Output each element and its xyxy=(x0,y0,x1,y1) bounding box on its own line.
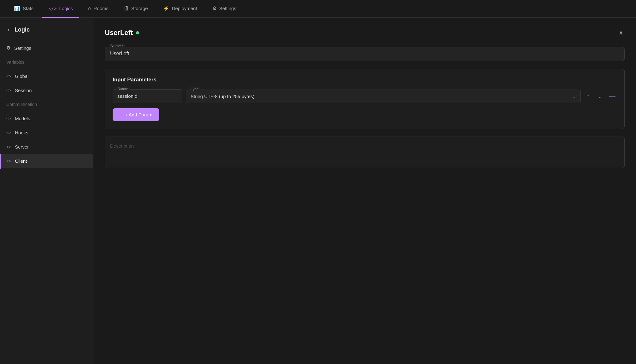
sidebar-category-communication: Communication xyxy=(0,97,93,111)
tab-storage[interactable]: 🗄 Storage xyxy=(117,0,154,18)
sidebar-item-settings-label: Settings xyxy=(14,45,31,51)
param-name-input[interactable] xyxy=(117,93,177,99)
sidebar-item-client-label: Client xyxy=(15,158,27,164)
code-icon-session: <> xyxy=(6,88,11,93)
tab-stats-label: Stats xyxy=(23,6,33,11)
deployment-icon: ⚡ xyxy=(163,5,169,11)
sidebar-item-hooks[interactable]: <> Hooks xyxy=(0,126,93,140)
sidebar-item-global-label: Global xyxy=(15,73,28,79)
param-name-label: Name* xyxy=(116,87,130,91)
name-field-wrapper: Name* xyxy=(105,47,625,61)
settings-icon: ⚙ xyxy=(212,5,217,11)
code-icon-models: <> xyxy=(6,116,11,121)
name-field-group: Name* xyxy=(105,47,625,61)
description-wrapper[interactable]: Description xyxy=(105,137,625,168)
param-move-up-button[interactable]: ⌃ xyxy=(585,92,591,101)
logic-title: UserLeft xyxy=(105,29,133,37)
code-icon-global: <> xyxy=(6,74,11,79)
logic-title-row: UserLeft xyxy=(105,29,139,37)
tab-storage-label: Storage xyxy=(131,6,148,11)
input-parameters-box: Input Parameters Name* Type String UTF-8… xyxy=(105,69,625,129)
param-controls: ⌃ ⌄ — xyxy=(585,91,617,101)
code-icon-hooks: <> xyxy=(6,130,11,135)
sidebar-item-models-label: Models xyxy=(15,116,30,121)
sidebar-item-session[interactable]: <> Session xyxy=(0,83,93,97)
variables-label: Variables xyxy=(6,60,24,65)
add-param-button[interactable]: + + Add Param xyxy=(113,108,159,121)
sidebar: ‹ Logic ⚙ Settings Variables <> Global <… xyxy=(0,18,93,364)
communication-label: Communication xyxy=(6,102,37,107)
sidebar-title: Logic xyxy=(15,26,30,33)
param-remove-button[interactable]: — xyxy=(608,91,617,101)
code-icon-client: <> xyxy=(6,159,11,163)
rooms-icon: ⌂ xyxy=(88,6,91,11)
sidebar-item-session-label: Session xyxy=(15,88,32,93)
logic-header: UserLeft ∧ xyxy=(105,28,625,38)
tab-settings[interactable]: ⚙ Settings xyxy=(206,0,243,18)
description-placeholder: Description xyxy=(110,143,134,149)
main-content: UserLeft ∧ Name* Input Parameters xyxy=(93,18,636,364)
storage-icon: 🗄 xyxy=(124,6,129,11)
sidebar-category-variables: Variables xyxy=(0,55,93,69)
name-input[interactable] xyxy=(110,51,619,56)
sidebar-item-server[interactable]: <> Server xyxy=(0,140,93,154)
gear-icon: ⚙ xyxy=(6,45,10,51)
page-layout: ‹ Logic ⚙ Settings Variables <> Global <… xyxy=(0,18,636,364)
params-title: Input Parameters xyxy=(113,77,617,83)
tab-deployment[interactable]: ⚡ Deployment xyxy=(157,0,203,18)
param-type-text: String UTF-8 (up to 255 bytes) xyxy=(191,94,255,99)
sidebar-header: ‹ Logic xyxy=(0,18,93,41)
top-nav: 📊 Stats </> Logics ⌂ Rooms 🗄 Storage ⚡ D… xyxy=(0,0,636,18)
status-dot xyxy=(136,31,139,34)
add-param-label: + Add Param xyxy=(125,112,152,117)
code-icon-server: <> xyxy=(6,144,11,149)
sidebar-item-client[interactable]: <> Client xyxy=(0,154,93,168)
tab-stats[interactable]: 📊 Stats xyxy=(8,0,40,18)
param-type-wrapper[interactable]: Type String UTF-8 (up to 255 bytes) ⌄ xyxy=(186,90,581,103)
tab-deployment-label: Deployment xyxy=(172,6,197,11)
param-row: Name* Type String UTF-8 (up to 255 bytes… xyxy=(113,89,617,103)
plus-icon: + xyxy=(120,112,122,117)
logics-icon: </> xyxy=(49,6,56,11)
param-name-wrapper: Name* xyxy=(113,89,182,103)
chevron-down-icon: ⌄ xyxy=(572,94,576,99)
tab-logics[interactable]: </> Logics xyxy=(42,0,79,18)
sidebar-item-global[interactable]: <> Global xyxy=(0,69,93,83)
sidebar-item-settings[interactable]: ⚙ Settings xyxy=(0,41,93,55)
sidebar-item-models[interactable]: <> Models xyxy=(0,111,93,126)
tab-rooms-label: Rooms xyxy=(94,6,109,11)
tab-logics-label: Logics xyxy=(59,6,73,11)
param-move-down-button[interactable]: ⌄ xyxy=(596,92,603,101)
stats-icon: 📊 xyxy=(14,5,20,11)
param-type-label: Type xyxy=(189,87,200,91)
sidebar-item-server-label: Server xyxy=(15,144,29,150)
back-button[interactable]: ‹ xyxy=(6,25,11,34)
tab-rooms[interactable]: ⌂ Rooms xyxy=(82,0,115,18)
tab-settings-label: Settings xyxy=(219,6,236,11)
collapse-button[interactable]: ∧ xyxy=(617,28,625,38)
sidebar-item-hooks-label: Hooks xyxy=(15,130,28,135)
name-field-label: Name* xyxy=(109,44,125,48)
